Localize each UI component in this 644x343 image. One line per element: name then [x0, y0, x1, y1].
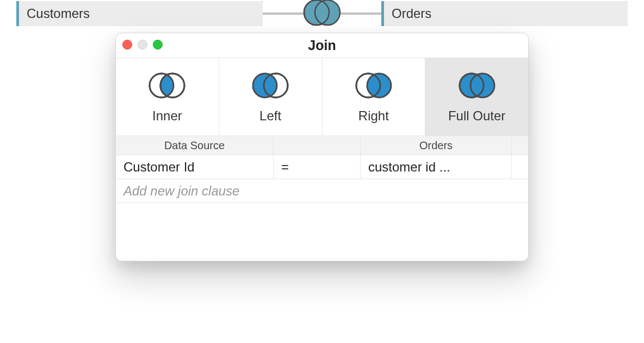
join-type-tabs: Inner Left Right [116, 58, 528, 136]
minimize-icon [138, 40, 147, 50]
svg-point-16 [470, 74, 494, 97]
clause-header-op [274, 136, 361, 155]
join-type-label: Inner [152, 108, 182, 124]
clause-left-field-value: Customer Id [123, 160, 195, 175]
clause-delete-cell [512, 155, 528, 179]
clause-row: Customer Id = customer id ... [116, 155, 528, 179]
clause-header-del [512, 136, 528, 155]
join-type-label: Full Outer [448, 108, 505, 124]
left-icon [247, 70, 293, 104]
svg-point-13 [367, 74, 391, 97]
clause-header-right: Orders [361, 136, 512, 155]
join-type-label: Left [259, 108, 281, 124]
close-icon[interactable] [122, 40, 132, 50]
svg-point-10 [253, 74, 277, 97]
add-join-clause-label: Add new join clause [123, 183, 239, 199]
join-link[interactable] [263, 0, 381, 29]
full-outer-icon [300, 0, 344, 29]
zoom-icon[interactable] [153, 40, 163, 50]
clause-operator-value: = [281, 160, 289, 175]
clause-right-field-value: customer id ... [368, 160, 450, 175]
window-controls [122, 40, 163, 50]
join-dialog: Join Inner [115, 33, 529, 261]
clause-header: Data Source Orders [116, 136, 528, 155]
right-table-label: Orders [392, 6, 431, 21]
join-type-left[interactable]: Left [219, 58, 323, 136]
dialog-title: Join [308, 38, 336, 53]
clause-header-left: Data Source [116, 136, 274, 155]
clause-left-field[interactable]: Customer Id [116, 155, 274, 179]
inner-icon [144, 70, 190, 104]
join-type-label: Right [358, 108, 389, 124]
svg-point-1 [315, 0, 340, 25]
right-table-chip[interactable]: Orders [381, 1, 628, 26]
left-table-label: Customers [27, 6, 90, 21]
full-icon [454, 70, 500, 104]
join-type-inner[interactable]: Inner [116, 58, 219, 136]
add-join-clause[interactable]: Add new join clause [116, 179, 528, 203]
clause-right-field[interactable]: customer id ... [361, 155, 512, 179]
right-icon [351, 70, 397, 104]
data-canvas-topbar: Customers Orders [16, 1, 628, 26]
dialog-titlebar: Join [116, 33, 528, 58]
clause-operator[interactable]: = [274, 155, 361, 179]
join-type-right[interactable]: Right [323, 58, 426, 136]
join-type-full-outer[interactable]: Full Outer [425, 58, 528, 136]
left-table-chip[interactable]: Customers [16, 1, 263, 26]
